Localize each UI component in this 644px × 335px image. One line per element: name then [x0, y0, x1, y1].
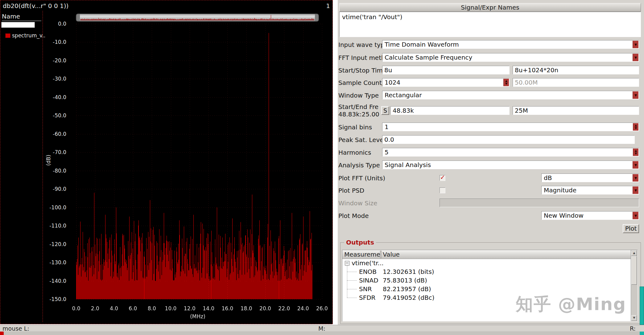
plot-fft-checkbox[interactable] [440, 175, 445, 181]
measurement-value: 79.419052 (dBc) [383, 294, 435, 301]
spectrum-plot-area[interactable] [76, 23, 323, 300]
harmonics-label: Harmonics [338, 149, 371, 156]
overview-scrollbar[interactable] [76, 14, 319, 21]
measurement-value: 12.302631 (bits) [383, 268, 434, 275]
stop-time-input[interactable] [513, 66, 639, 74]
x-tick-label: 14.0 [203, 305, 214, 312]
signal-bins-label: Signal bins [338, 124, 372, 131]
x-tick-label: 18.0 [241, 305, 252, 312]
plot-psd-checkbox[interactable] [440, 187, 445, 193]
chevron-down-icon[interactable]: ▼ [633, 174, 638, 182]
mouse-middle-status: M: [318, 325, 325, 332]
name-filter-box[interactable] [1, 22, 35, 28]
spinner-arrows-icon[interactable]: ▲▼ [633, 149, 638, 156]
fft-input-method-select[interactable]: Calculate Sample Frequency ▼ [382, 53, 639, 62]
overview-scrollbar-canvas[interactable] [76, 14, 319, 21]
measurement-name: ENOB [359, 268, 377, 275]
x-tick-label: 22.0 [278, 305, 290, 312]
outputs-table-header: Measureme Value [342, 250, 631, 259]
input-wave-type-value: Time Domain Waveform [385, 41, 459, 48]
peak-sat-level-input[interactable] [382, 135, 635, 144]
table-row[interactable]: SNR 82.213957 (dB) [342, 285, 631, 293]
spinner-arrows-icon[interactable]: ▲▼ [633, 123, 638, 131]
input-wave-type-select[interactable]: Time Domain Waveform ▼ [382, 40, 639, 49]
analysis-type-label: Analysis Type [338, 161, 380, 169]
signal-bins-stepper[interactable]: 1 ▲▼ [382, 123, 639, 131]
y-tick-label: -90.0 [53, 185, 66, 193]
plot-subwindow: db20(dft(v...r" 0 0 1)) 1 Name spectrum_… [0, 0, 333, 324]
psd-units-select[interactable]: Magnitude ▼ [541, 186, 639, 195]
table-row[interactable]: SINAD 75.83013 (dB) [342, 276, 631, 285]
peak-sat-level-label: Peak Sat. Level [338, 136, 385, 144]
y-tick-label: -140.0 [49, 277, 66, 285]
sample-count-stepper[interactable]: 1024 ▲▼ [382, 78, 510, 87]
x-tick-label: 26.0 [316, 305, 328, 312]
scrollbar-thumb[interactable] [631, 256, 637, 285]
status-bar: mouse L: M: R: [0, 325, 644, 331]
analysis-type-value: Signal Analysis [385, 161, 431, 169]
measurement-column-header[interactable]: Measureme [344, 251, 380, 258]
tree-collapse-icon[interactable]: − [345, 261, 349, 266]
table-row[interactable]: SFDR 79.419052 (dBc) [342, 293, 631, 302]
input-wave-type-label: Input wave typ [338, 41, 385, 48]
chevron-down-icon[interactable]: ▼ [633, 91, 638, 99]
y-tick-label: -50.0 [53, 112, 66, 119]
x-axis-label: (MHz) [190, 313, 205, 320]
s-button[interactable]: S [381, 106, 389, 115]
chevron-down-icon[interactable]: ▼ [633, 186, 638, 194]
signal-expr-names-header: Signal/Expr Names [339, 3, 641, 12]
window-scrollbar-thumb[interactable] [640, 287, 644, 325]
window-scrollbar-corner [640, 332, 644, 335]
mouse-left-status: mouse L: [2, 325, 29, 332]
start-freq-input[interactable] [390, 106, 510, 115]
table-row-root[interactable]: vtime('tr... [342, 259, 631, 267]
x-tick-label: 8.0 [148, 305, 156, 312]
fft-input-method-value: Calculate Sample Frequency [385, 54, 472, 61]
harmonics-value: 5 [385, 149, 389, 156]
y-tick-label: -80.0 [53, 167, 66, 174]
plot-button[interactable]: Plot [623, 224, 639, 233]
spectrum-plot-canvas[interactable] [76, 23, 323, 300]
chevron-down-icon[interactable]: ▼ [633, 41, 638, 48]
sample-count-value: 1024 [385, 79, 400, 86]
y-tick-label: -30.0 [53, 75, 66, 82]
y-tick-label: -40.0 [53, 94, 66, 101]
outputs-table: Measureme Value vtime('tr... − ENOB 12.3… [342, 250, 638, 321]
y-axis-ticks: 0.0-10.0-20.0-30.0-40.0-50.0-60.0-70.0-8… [40, 0, 66, 309]
y-tick-label: 0.0 [58, 20, 66, 27]
column-resize-handle[interactable] [380, 251, 382, 258]
fft-settings-panel: Signal/Expr Names vtime('tran "/Vout") I… [338, 0, 644, 325]
table-row[interactable]: ENOB 12.302631 (bits) [342, 267, 631, 276]
measurement-name: SFDR [359, 294, 376, 301]
legend-color-swatch [5, 33, 10, 38]
plot-mode-value: New Window [544, 212, 584, 220]
chevron-down-icon[interactable]: ▼ [633, 212, 638, 219]
x-tick-label: 20.0 [259, 305, 271, 312]
chevron-down-icon[interactable]: ▼ [633, 161, 638, 169]
outputs-scrollbar[interactable]: ▲ ▼ [631, 250, 638, 321]
scroll-down-icon[interactable]: ▼ [631, 315, 637, 321]
fft-units-value: dB [544, 174, 552, 182]
end-freq-input[interactable] [513, 106, 639, 115]
measurement-name: SINAD [359, 277, 378, 284]
outputs-title: Outputs [344, 239, 376, 246]
window-type-select[interactable]: Rectangular ▼ [382, 91, 639, 99]
tray-red-icon [0, 332, 4, 335]
outputs-group: Outputs Measureme Value vtime('tr... − E… [340, 242, 641, 324]
plot-psd-label: Plot PSD [338, 187, 364, 194]
psd-units-value: Magnitude [544, 186, 576, 194]
plot-mode-select[interactable]: New Window ▼ [541, 211, 639, 220]
scroll-up-icon[interactable]: ▲ [631, 250, 637, 256]
spinner-arrows-icon[interactable]: ▲▼ [503, 79, 509, 86]
start-time-input[interactable] [382, 66, 510, 74]
harmonics-stepper[interactable]: 5 ▲▼ [382, 148, 639, 157]
sample-count-label: Sample Count/ [338, 79, 384, 86]
signal-expr-input[interactable]: vtime('tran "/Vout") [339, 12, 641, 37]
sample-freq-input[interactable] [513, 78, 639, 87]
mouse-right-status: R: [630, 325, 636, 332]
fft-units-select[interactable]: dB ▼ [541, 174, 639, 182]
window-type-value: Rectangular [385, 91, 422, 99]
value-column-header[interactable]: Value [383, 251, 400, 258]
chevron-down-icon[interactable]: ▼ [633, 54, 638, 61]
analysis-type-select[interactable]: Signal Analysis ▼ [382, 161, 639, 169]
